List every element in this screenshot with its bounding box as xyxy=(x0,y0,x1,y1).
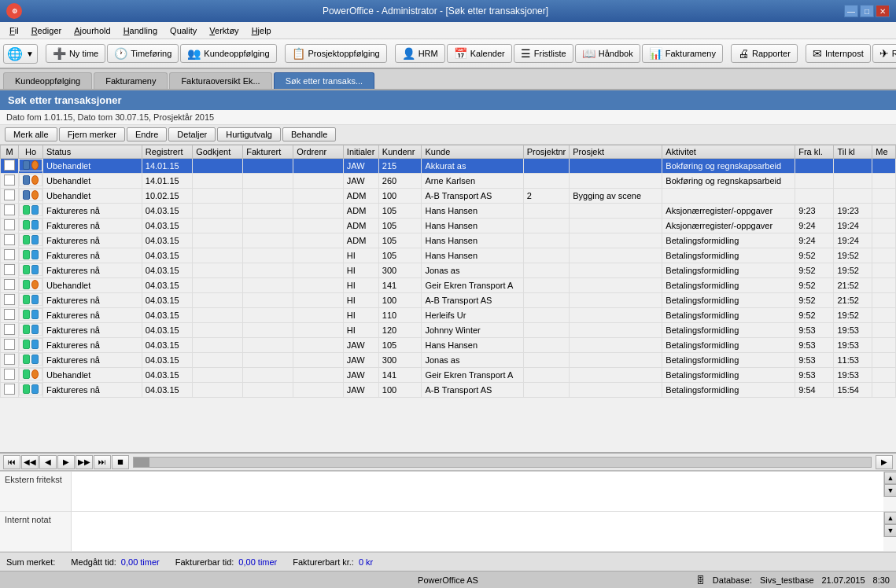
nav-stop-button[interactable]: ⏹ xyxy=(112,455,129,469)
ekstern-fritekst-content[interactable] xyxy=(71,472,883,511)
row-checkbox-cell[interactable] xyxy=(1,189,19,204)
row-checkbox-cell[interactable] xyxy=(1,323,19,338)
toolbar-kalender-button[interactable]: 📅 Kalender xyxy=(447,44,512,63)
toolbar-timeforing-button[interactable]: 🕐 Timeføring xyxy=(107,44,179,63)
toolbar-reise-button[interactable]: ✈ Reise xyxy=(872,44,896,63)
tab-kundeoppfolging[interactable]: Kundeoppfølging xyxy=(3,72,92,89)
row-checkbox[interactable] xyxy=(4,249,15,260)
toolbar-fristliste-button[interactable]: ☰ Fristliste xyxy=(514,44,573,63)
row-checkbox-cell[interactable] xyxy=(1,383,19,398)
row-checkbox[interactable] xyxy=(4,234,15,245)
table-row[interactable]: Faktureres nå04.03.15HI105Hans HansenBet… xyxy=(1,248,896,263)
endre-button[interactable]: Endre xyxy=(127,127,167,141)
table-row[interactable]: Faktureres nå04.03.15JAW105Hans HansenBe… xyxy=(1,338,896,353)
table-row[interactable]: Faktureres nå04.03.15JAW300Jonas asBetal… xyxy=(1,353,896,368)
table-row[interactable]: Ubehandlet14.01.15JAW260Arne KarlsenBokf… xyxy=(1,174,896,189)
ekstern-scroll-up[interactable]: ▲ xyxy=(884,472,896,484)
toolbar-internpost-button[interactable]: ✉ Internpost xyxy=(806,44,871,63)
table-container[interactable]: M Ho Status Registrert Godkjent Fakturer… xyxy=(0,145,896,454)
hurtigutvalg-button[interactable]: Hurtigutvalg xyxy=(217,127,281,141)
intern-scroll-up[interactable]: ▲ xyxy=(884,512,896,524)
row-checkbox[interactable] xyxy=(4,264,15,275)
table-row[interactable]: Ubehandlet04.03.15HI141Geir Ekren Transp… xyxy=(1,278,896,293)
tab-fakturaoversikt[interactable]: Fakturaoversikt Ek... xyxy=(169,72,271,89)
row-checkbox-cell[interactable] xyxy=(1,263,19,278)
col-header-godkjent[interactable]: Godkjent xyxy=(193,145,243,159)
col-header-kundenr[interactable]: Kundenr xyxy=(378,145,422,159)
col-header-fakturert[interactable]: Fakturert xyxy=(243,145,293,159)
table-row[interactable]: Faktureres nå04.03.15ADM105Hans HansenBe… xyxy=(1,233,896,248)
nav-next-fast-button[interactable]: ▶▶ xyxy=(76,455,93,469)
nav-first-button[interactable]: ⏮ xyxy=(3,455,20,469)
merk-alle-button[interactable]: Merk alle xyxy=(5,127,57,141)
detaljer-button[interactable]: Detaljer xyxy=(168,127,216,141)
close-button[interactable]: ✕ xyxy=(876,5,890,17)
toolbar-handbok-button[interactable]: 📖 Håndbok xyxy=(575,44,640,63)
row-checkbox[interactable] xyxy=(4,175,15,186)
row-checkbox[interactable] xyxy=(4,324,15,335)
row-checkbox-cell[interactable] xyxy=(1,353,19,368)
table-row[interactable]: Faktureres nå04.03.15ADM105Hans HansenAk… xyxy=(1,204,896,219)
col-header-initialer[interactable]: Initialer xyxy=(343,145,378,159)
col-header-mer[interactable]: Me xyxy=(872,145,896,159)
menu-fil[interactable]: Fil xyxy=(3,24,25,37)
table-row[interactable]: Faktureres nå04.03.15HI300Jonas asBetali… xyxy=(1,263,896,278)
intern-scroll-down[interactable]: ▼ xyxy=(884,524,896,537)
nav-last-button[interactable]: ⏭ xyxy=(94,455,111,469)
row-checkbox-cell[interactable] xyxy=(1,204,19,219)
col-header-ordrenr[interactable]: Ordrenr xyxy=(293,145,344,159)
nav-next-button[interactable]: ▶ xyxy=(57,455,75,469)
row-checkbox[interactable] xyxy=(4,384,15,395)
menu-rediger[interactable]: Rediger xyxy=(25,24,68,37)
col-header-prosjnr[interactable]: Prosjektnr xyxy=(523,145,570,159)
row-checkbox[interactable] xyxy=(4,369,15,380)
col-header-til[interactable]: Til kl xyxy=(834,145,872,159)
row-checkbox-cell[interactable] xyxy=(1,233,19,248)
table-row[interactable]: Faktureres nå04.03.15ADM105Hans HansenAk… xyxy=(1,219,896,233)
table-row[interactable]: Ubehandlet14.01.15JAW215Akkurat asBokfør… xyxy=(1,159,896,174)
col-header-prosjekt[interactable]: Prosjekt xyxy=(570,145,662,159)
fjern-merker-button[interactable]: Fjern merker xyxy=(59,127,125,141)
menu-quality[interactable]: Quality xyxy=(164,24,203,37)
toolbar-rapporter-button[interactable]: 🖨 Rapporter xyxy=(731,44,798,63)
col-header-kunde[interactable]: Kunde xyxy=(422,145,523,159)
row-checkbox[interactable] xyxy=(4,204,15,215)
table-row[interactable]: Ubehandlet04.03.15JAW141Geir Ekren Trans… xyxy=(1,368,896,383)
toolbar-globe-button[interactable]: 🌐 ▼ xyxy=(3,44,38,64)
table-row[interactable]: Faktureres nå04.03.15JAW100A-B Transport… xyxy=(1,383,896,398)
menu-ajourhold[interactable]: Ajourhold xyxy=(68,24,116,37)
toolbar-ny-time-button[interactable]: ➕ Ny time xyxy=(46,44,105,63)
ekstern-scroll-down[interactable]: ▼ xyxy=(884,484,896,497)
row-checkbox-cell[interactable] xyxy=(1,278,19,293)
table-row[interactable]: Faktureres nå04.03.15HI100A-B Transport … xyxy=(1,293,896,308)
row-checkbox-cell[interactable] xyxy=(1,248,19,263)
col-header-registrert[interactable]: Registrert xyxy=(142,145,192,159)
toolbar-prosjektoppfolging-button[interactable]: 📋 Prosjektoppfølging xyxy=(285,44,387,63)
toolbar-fakturameny-button[interactable]: 📊 Fakturameny xyxy=(642,44,723,63)
row-checkbox-cell[interactable] xyxy=(1,293,19,308)
row-checkbox-cell[interactable] xyxy=(1,308,19,323)
col-header-fra[interactable]: Fra kl. xyxy=(795,145,834,159)
row-checkbox-cell[interactable] xyxy=(1,159,19,174)
nav-prev-fast-button[interactable]: ◀◀ xyxy=(21,455,39,469)
row-checkbox-cell[interactable] xyxy=(1,368,19,383)
table-row[interactable]: Faktureres nå04.03.15HI120Johnny WinterB… xyxy=(1,323,896,338)
table-row[interactable]: Faktureres nå04.03.15HI110Herleifs UrBet… xyxy=(1,308,896,323)
row-checkbox-cell[interactable] xyxy=(1,174,19,189)
row-checkbox-cell[interactable] xyxy=(1,338,19,353)
col-header-status[interactable]: Status xyxy=(43,145,142,159)
row-checkbox[interactable] xyxy=(4,354,15,365)
menu-handling[interactable]: Handling xyxy=(117,24,164,37)
toolbar-kundeoppfolging-button[interactable]: 👥 Kundeoppfølging xyxy=(180,44,276,63)
row-checkbox[interactable] xyxy=(4,219,15,230)
row-checkbox[interactable] xyxy=(4,294,15,305)
row-checkbox[interactable] xyxy=(4,189,15,200)
tab-fakturameny[interactable]: Fakturameny xyxy=(94,72,168,89)
tab-sok-etter-transaks[interactable]: Søk etter transaks... xyxy=(274,72,374,89)
row-checkbox[interactable] xyxy=(4,160,15,171)
menu-hjelp[interactable]: Hjelp xyxy=(245,24,278,37)
col-header-aktivitet[interactable]: Aktivitet xyxy=(662,145,795,159)
row-checkbox[interactable] xyxy=(4,279,15,290)
table-row[interactable]: Ubehandlet10.02.15ADM100A-B Transport AS… xyxy=(1,189,896,204)
internt-notat-content[interactable] xyxy=(71,512,883,551)
